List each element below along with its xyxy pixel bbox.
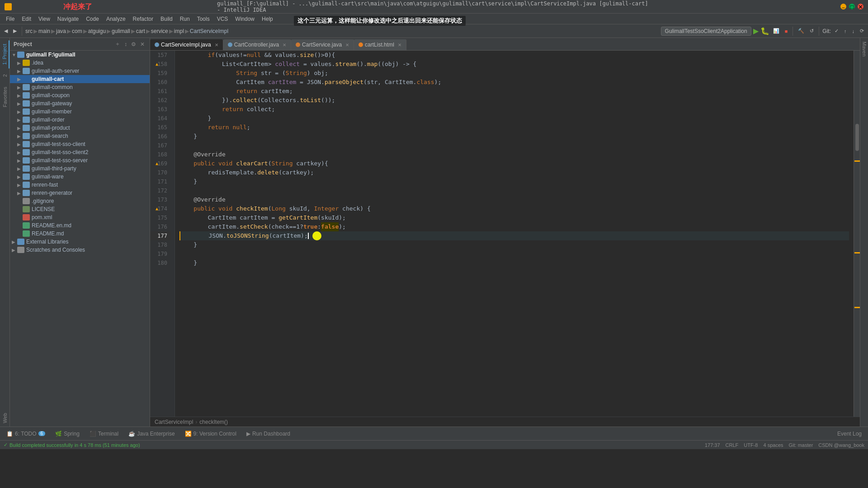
tree-item-gateway[interactable]: ▶ gulimall-gateway <box>10 99 150 108</box>
sidebar-add-btn[interactable]: ＋ <box>113 40 122 48</box>
sidebar-close-btn[interactable]: ✕ <box>139 40 146 48</box>
tree-item-license[interactable]: LICENSE <box>10 205 150 213</box>
code-content[interactable]: if(values!=null && values.size()>0){ Lis… <box>175 51 854 417</box>
tab-cartservice[interactable]: CartService.java ✕ <box>291 39 354 50</box>
menu-tools[interactable]: Tools <box>193 15 213 23</box>
tree-item-pom[interactable]: pom.xml <box>10 213 150 221</box>
menu-vcs[interactable]: VCS <box>213 15 232 23</box>
right-sidebar: Maven <box>860 38 868 427</box>
git-update[interactable]: ⟳ <box>858 27 866 35</box>
tree-item-coupon[interactable]: ▶ gulimall-coupon <box>10 91 150 99</box>
tab-cartlist[interactable]: cartList.html ✕ <box>354 39 406 50</box>
bc-atguigu[interactable]: atguigu <box>88 28 106 34</box>
tree-item-common[interactable]: ▶ gulimall-common <box>10 83 150 91</box>
indent[interactable]: 4 spaces <box>764 442 783 448</box>
scrollbar-area[interactable] <box>854 51 860 417</box>
bc-service[interactable]: service <box>151 28 168 34</box>
tab-cartserviceimpl[interactable]: CartServiceImpl.java ✕ <box>150 39 223 50</box>
sidebar-sort-btn[interactable]: ↕ <box>123 40 128 48</box>
left-tab-web[interactable]: Web <box>1 409 9 427</box>
close-tab-cartlist[interactable]: ✕ <box>398 42 401 47</box>
left-tab-project[interactable]: 1: Project <box>0 40 9 68</box>
bc-cartserviceimpl[interactable]: CartServiceImpl <box>190 28 228 34</box>
rebuild-button[interactable]: ↺ <box>808 27 816 35</box>
git-commit[interactable]: ✓ <box>833 27 840 35</box>
bottom-tab-terminal[interactable]: ⬛ Terminal <box>87 430 121 438</box>
tree-item-sso-server[interactable]: ▶ gulimall-test-sso-server <box>10 156 150 164</box>
bc-main[interactable]: main <box>38 28 50 34</box>
tree-item-ware[interactable]: ▶ gulimall-ware <box>10 173 150 181</box>
bc-cart[interactable]: cart <box>136 28 145 34</box>
menu-view[interactable]: View <box>35 15 54 23</box>
tree-item-root[interactable]: ▼ gulimall F:\gulimall <box>10 51 150 59</box>
menu-navigate[interactable]: Navigate <box>54 15 82 23</box>
bottom-tab-version-control[interactable]: 🔀 9: Version Control <box>182 430 239 438</box>
cursor-position[interactable]: 177:37 <box>705 442 720 448</box>
menu-build[interactable]: Build <box>157 15 176 23</box>
tree-item-scratches[interactable]: ▶ Scratches and Consoles <box>10 246 150 254</box>
tree-item-cart[interactable]: ▶ gulimall-cart <box>10 75 150 83</box>
bc-com[interactable]: com <box>72 28 82 34</box>
coverage-button[interactable]: 📊 <box>771 27 781 35</box>
menu-run[interactable]: Run <box>176 15 193 23</box>
bottom-tab-java-enterprise[interactable]: ☕ Java Enterprise <box>126 430 177 438</box>
tree-item-readme-en[interactable]: README.en.md <box>10 221 150 230</box>
bc-impl[interactable]: impl <box>174 28 184 34</box>
charset[interactable]: UTF-8 <box>744 442 758 448</box>
right-tab-maven[interactable]: Maven <box>861 38 868 60</box>
tree-item-readme[interactable]: README.md <box>10 230 150 238</box>
tree-item-renren-fast[interactable]: ▶ renren-fast <box>10 181 150 189</box>
menu-analyze[interactable]: Analyze <box>103 15 129 23</box>
close-tab-cartcontroller[interactable]: ✕ <box>283 42 286 47</box>
tree-item-member[interactable]: ▶ gulimall-member <box>10 108 150 116</box>
git-push[interactable]: ↑ <box>842 28 849 35</box>
footer-bc-cartserviceimpl[interactable]: CartServiceImpl <box>155 419 193 425</box>
menu-code[interactable]: Code <box>82 15 103 23</box>
tree-item-sso-client2[interactable]: ▶ gulimall-test-sso-client2 <box>10 148 150 156</box>
tree-item-sso-client[interactable]: ▶ gulimall-test-sso-client <box>10 140 150 148</box>
tree-item-order[interactable]: ▶ gulimall-order <box>10 116 150 124</box>
tree-item-third[interactable]: ▶ gulimall-third-party <box>10 164 150 173</box>
tree-item-product[interactable]: ▶ gulimall-product <box>10 124 150 132</box>
bc-java[interactable]: java <box>56 28 66 34</box>
git-pull[interactable]: ↓ <box>850 28 857 35</box>
left-tab-2[interactable]: 2 <box>1 70 9 80</box>
maximize-button[interactable]: □ <box>849 4 855 9</box>
tree-item-idea[interactable]: ▶ .idea <box>10 59 150 67</box>
tree-item-auth[interactable]: ▶ gulimall-auth-server <box>10 67 150 75</box>
bottom-tab-run-dashboard[interactable]: ▶ Run Dashboard <box>244 430 293 438</box>
build-button[interactable]: 🔨 <box>796 27 806 35</box>
code-editor[interactable]: 157 ▲ 158 159 160 161 162 163 164 165 16… <box>150 51 860 417</box>
bc-src[interactable]: src <box>25 28 33 34</box>
menu-help[interactable]: Help <box>258 15 277 23</box>
tree-item-search[interactable]: ▶ gulimall-search <box>10 132 150 140</box>
git-branch[interactable]: Git: master <box>789 442 813 448</box>
bc-gulimall[interactable]: gulimall <box>112 28 130 34</box>
forward-button[interactable]: ▶ <box>11 27 19 35</box>
scrollbar-thumb[interactable] <box>855 124 859 151</box>
menu-window[interactable]: Window <box>231 15 258 23</box>
minimize-button[interactable]: － <box>840 4 846 9</box>
footer-bc-checkitem[interactable]: checkItem() <box>199 419 228 425</box>
line-ending[interactable]: CRLF <box>726 442 739 448</box>
bottom-tab-todo[interactable]: 📋 6: TODO 6 <box>4 430 48 438</box>
left-tab-favorites[interactable]: Favorites <box>1 83 9 111</box>
tab-cartcontroller[interactable]: CartController.java ✕ <box>223 39 291 50</box>
close-button[interactable]: ✕ <box>858 4 863 9</box>
menu-file[interactable]: File <box>2 15 18 23</box>
bottom-tab-spring[interactable]: 🌿 Spring <box>52 430 82 438</box>
close-tab-cartserviceimpl[interactable]: ✕ <box>215 42 218 47</box>
stop-button[interactable]: ■ <box>783 28 790 35</box>
sidebar-settings-btn[interactable]: ⚙ <box>130 40 137 48</box>
bottom-tab-event-log[interactable]: Event Log <box>835 430 864 438</box>
close-tab-cartservice[interactable]: ✕ <box>345 42 349 47</box>
run-config-name[interactable]: GulimallTestSsoClient2Application <box>661 27 751 36</box>
menu-edit[interactable]: Edit <box>18 15 35 23</box>
back-button[interactable]: ◀ <box>2 27 9 35</box>
tree-item-ext-libs[interactable]: ▶ External Libraries <box>10 238 150 246</box>
tree-item-gitignore[interactable]: .gitignore <box>10 197 150 205</box>
run-button[interactable]: ▶ <box>753 27 759 35</box>
debug-button[interactable]: 🐛 <box>760 27 769 35</box>
menu-refactor[interactable]: Refactor <box>129 15 157 23</box>
tree-item-renren-gen[interactable]: ▶ renren-generator <box>10 189 150 197</box>
